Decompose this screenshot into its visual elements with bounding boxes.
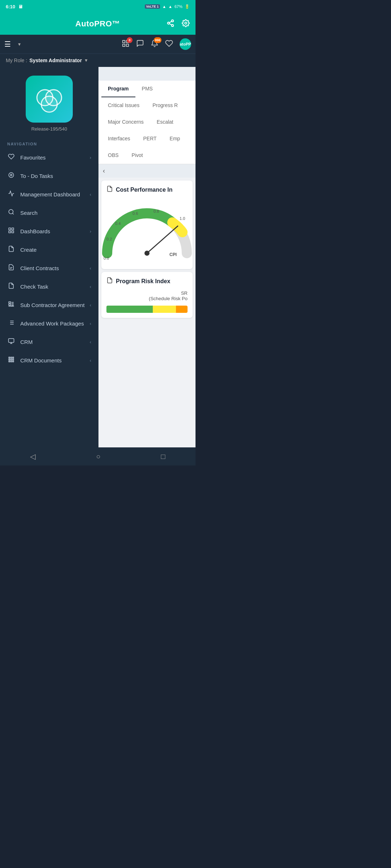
cpi-gauge-svg: 0.0 0.2 0.4 0.6 0.8 1.0 CPI <box>100 203 194 260</box>
sidebar-item-favourites[interactable]: Favourites › <box>0 148 98 167</box>
dropdown-arrow-icon[interactable]: ▾ <box>18 41 21 47</box>
sidebar-item-crm-arrow: ‹ <box>90 339 91 345</box>
heart-icon <box>165 41 173 49</box>
role-value: System Administrator <box>29 58 82 63</box>
create-nav-icon <box>7 246 15 254</box>
status-bar-left: 6:10 🖥 <box>6 4 23 9</box>
nav-bar: ☰ ▾ 0 996 <box>0 35 196 54</box>
risk-bar-row <box>106 306 188 313</box>
role-label-text: My Role : <box>6 58 27 63</box>
hamburger-menu-icon[interactable]: ☰ <box>4 40 11 48</box>
tab-interfaces[interactable]: Interfaces <box>101 131 136 147</box>
avatar-label: atoPP <box>180 42 191 46</box>
tab-pivot[interactable]: Pivot <box>125 147 150 164</box>
svg-text:0.8: 0.8 <box>154 209 159 213</box>
svg-rect-24 <box>9 304 10 305</box>
cpi-title-icon <box>106 186 113 194</box>
svg-text:0.4: 0.4 <box>115 221 121 226</box>
heart-nav-icon <box>7 153 15 162</box>
svg-text:0.0: 0.0 <box>104 256 109 260</box>
svg-rect-45 <box>9 361 10 362</box>
svg-point-55 <box>144 251 150 256</box>
svg-rect-6 <box>123 40 125 42</box>
sidebar-item-sub-contractor-arrow: ‹ <box>90 302 91 308</box>
tab-critical-issues[interactable]: Critical Issues <box>101 97 146 114</box>
sidebar-item-create[interactable]: Create <box>0 241 98 259</box>
settings-icon[interactable] <box>182 19 190 29</box>
tab-pms[interactable]: PMS <box>135 81 159 97</box>
svg-point-12 <box>41 96 57 112</box>
sidebar-item-crm[interactable]: CRM ‹ <box>0 333 98 351</box>
cpi-card-title-text: Cost Performance In <box>116 187 172 193</box>
advanced-work-nav-icon <box>7 319 15 328</box>
sidebar-item-search[interactable]: Search <box>0 204 98 222</box>
notifications-badge: 996 <box>154 37 161 43</box>
todo-icon <box>7 172 15 180</box>
sidebar-item-favourites-label: Favourites <box>20 154 85 161</box>
content-panel: Program PMS Critical Issues Progress R M… <box>98 67 196 447</box>
svg-line-16 <box>12 213 13 214</box>
notifications-icon-wrap[interactable]: 996 <box>151 39 159 49</box>
release-text: Release-195/540 <box>31 126 67 132</box>
svg-text:0.2: 0.2 <box>106 237 112 241</box>
avatar[interactable]: atoPP <box>180 38 191 50</box>
tab-progress-r[interactable]: Progress R <box>146 97 184 114</box>
svg-rect-40 <box>11 357 12 358</box>
sidebar-item-sub-contractor[interactable]: Sub Contractor Agreement ‹ <box>0 296 98 314</box>
back-arrow-icon[interactable]: ‹ <box>103 167 105 175</box>
tab-program[interactable]: Program <box>101 81 135 97</box>
sidebar-item-advanced-work[interactable]: Advanced Work Packages ‹ <box>0 314 98 333</box>
risk-card-title-text: Program Risk Index <box>116 278 170 285</box>
svg-text:CPI: CPI <box>169 252 177 257</box>
sidebar-logo-area: Release-195/540 <box>0 67 98 137</box>
sidebar-item-crm-documents[interactable]: CRM Documents ‹ <box>0 351 98 370</box>
sidebar-item-dashboards[interactable]: DashBoards › <box>0 222 98 241</box>
tab-pert[interactable]: PERT <box>136 131 163 147</box>
risk-card-title: Program Risk Index <box>106 277 188 285</box>
signal-icon: ▲ <box>168 4 172 9</box>
client-contracts-nav-icon <box>7 264 15 272</box>
tab-row-5: OBS Pivot <box>101 147 196 164</box>
sidebar-item-check-task[interactable]: Check Task ‹ <box>0 277 98 296</box>
sidebar-item-mgmt-arrow: ‹ <box>90 192 91 197</box>
sidebar-item-management-dashboard[interactable]: Management Dashboard ‹ <box>0 185 98 204</box>
svg-text:0.6: 0.6 <box>133 211 138 216</box>
sidebar-item-crm-label: CRM <box>20 339 85 345</box>
svg-rect-20 <box>9 231 10 233</box>
sidebar-item-advanced-work-label: Advanced Work Packages <box>20 320 85 327</box>
sidebar-item-client-contracts[interactable]: Client Contracts ‹ <box>0 259 98 277</box>
back-button[interactable]: ◁ <box>23 449 43 464</box>
sidebar-item-client-contracts-label: Client Contracts <box>20 265 85 271</box>
sr-label: SR (Schedule Risk Po <box>106 290 188 301</box>
sidebar-item-todo-tasks[interactable]: To - Do Tasks <box>0 167 98 185</box>
tab-obs[interactable]: OBS <box>101 147 125 164</box>
sidebar-item-todo-label: To - Do Tasks <box>20 173 91 179</box>
tab-row-2: Critical Issues Progress R <box>101 97 196 114</box>
sidebar-item-create-label: Create <box>20 247 91 253</box>
chat-icon-wrap[interactable] <box>136 39 144 49</box>
chat-icon <box>136 41 144 49</box>
tab-emp[interactable]: Emp <box>163 131 187 147</box>
logo-rings-icon <box>35 85 64 114</box>
nav-bar-icons: 0 996 atoPP <box>122 38 191 50</box>
risk-bar-green <box>106 306 153 313</box>
svg-rect-44 <box>13 359 14 360</box>
share-icon[interactable] <box>167 19 175 29</box>
tasks-badge: 0 <box>127 37 133 43</box>
tasks-icon-wrap[interactable]: 0 <box>122 39 130 49</box>
wifi-icon: ▲ <box>162 4 166 9</box>
gauge-container: 0.0 0.2 0.4 0.6 0.8 1.0 CPI <box>106 199 188 264</box>
sidebar: Release-195/540 NAVIGATION Favourites › … <box>0 67 98 447</box>
battery-text: 67% <box>175 4 182 9</box>
recents-button[interactable]: □ <box>154 450 172 464</box>
status-time: 6:10 <box>6 4 15 9</box>
svg-rect-8 <box>126 44 129 46</box>
tab-escalat[interactable]: Escalat <box>150 114 180 131</box>
role-dropdown-arrow[interactable]: ▼ <box>84 58 88 63</box>
tab-major-concerns[interactable]: Major Concerns <box>101 114 150 131</box>
sidebar-item-dashboards-label: DashBoards <box>20 228 85 234</box>
risk-title-icon <box>106 277 113 285</box>
cpi-card: Cost Performance In 0.0 0.2 0.4 0.6 0.8 <box>101 180 193 269</box>
favorites-icon-wrap[interactable] <box>165 39 173 49</box>
home-button[interactable]: ○ <box>89 450 108 464</box>
